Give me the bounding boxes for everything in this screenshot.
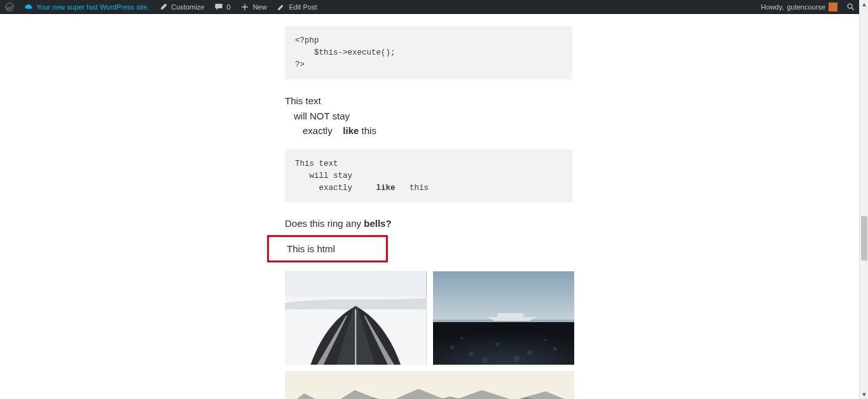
edit-label: Edit Post [289,3,317,11]
svg-point-8 [450,346,454,349]
para-line-2: will NOT stay [285,109,572,123]
svg-point-16 [544,339,546,341]
ordered-list: List Item 2 [285,14,572,15]
cloud-icon [24,3,33,11]
code-block-preformatted: This text will stay exactly like this [285,149,572,203]
scroll-thumb[interactable] [861,216,867,260]
svg-point-9 [469,351,474,356]
search-icon [846,3,855,11]
list-item: List Item 2 [310,14,572,15]
svg-rect-6 [433,322,575,365]
html-block-text: This is html [269,243,386,254]
para-line-1: This text [285,95,321,106]
edit-post-link[interactable]: Edit Post [272,0,322,13]
comments-count: 0 [226,3,230,11]
new-link[interactable]: New [235,0,272,13]
pencil-icon [277,3,286,11]
svg-point-11 [527,350,532,355]
plus-icon [240,3,249,11]
scroll-up-arrow[interactable]: ▲ [860,0,868,9]
gallery-image-2[interactable] [433,271,575,365]
new-label: New [252,3,266,11]
para-line-3: exactly like this [285,123,572,138]
customize-link[interactable]: Customize [154,0,209,13]
code-block-php: <?php $this->execute(); ?> [285,26,572,79]
vertical-scrollbar[interactable]: ▲ ▼ [859,0,868,399]
wp-logo[interactable] [0,0,19,13]
svg-point-12 [553,347,557,351]
howdy-link[interactable]: Howdy, gutencourse [756,0,843,13]
wp-admin-bar: Your new super fast WordPress site. Cust… [0,0,859,14]
site-title-link[interactable]: Your new super fast WordPress site. [19,0,154,13]
customize-label: Customize [171,3,204,11]
username: gutencourse [787,3,825,11]
post-content: List Item 2 <?php $this->execute(); ?> T… [0,14,859,399]
brush-icon [159,3,168,11]
image-gallery [285,271,574,399]
comment-icon [214,3,223,11]
svg-point-1 [848,4,852,8]
search-toggle[interactable] [843,0,859,13]
svg-point-14 [513,356,520,362]
bells-paragraph: Does this ring any bells? [285,218,572,229]
howdy-prefix: Howdy, [761,3,784,11]
svg-point-13 [481,357,487,363]
site-title-text: Your new super fast WordPress site. [36,3,149,11]
page-viewport: List Item 2 <?php $this->execute(); ?> T… [0,14,859,399]
gallery-image-1[interactable] [285,271,427,365]
comments-link[interactable]: 0 [209,0,235,13]
wordpress-icon [5,3,14,11]
svg-rect-7 [497,313,523,317]
svg-point-15 [460,337,463,339]
avatar [829,3,837,11]
unpreserved-text: This text will NOT stay exactly like thi… [285,93,572,138]
html-block-highlight: This is html [267,235,388,262]
svg-point-10 [495,342,499,346]
scroll-down-arrow[interactable]: ▼ [860,390,868,399]
gallery-image-3[interactable] [285,371,574,399]
